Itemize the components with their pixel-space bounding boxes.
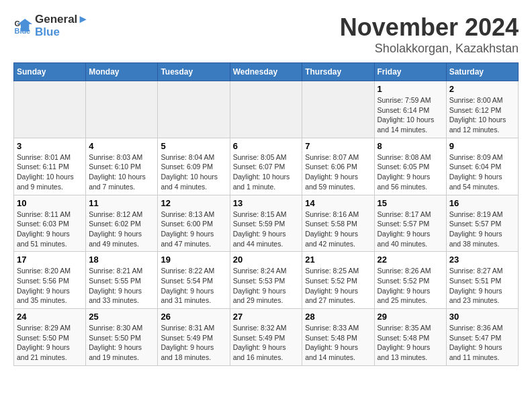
calendar-cell (14, 81, 86, 138)
page-header: Gen Blue General► Blue November 2024 Sho… (13, 13, 519, 56)
day-info: Sunrise: 8:22 AMSunset: 5:54 PMDaylight:… (161, 266, 226, 306)
calendar-cell: 28Sunrise: 8:33 AMSunset: 5:48 PMDayligh… (302, 309, 374, 366)
day-number: 9 (449, 141, 515, 151)
day-info: Sunrise: 8:30 AMSunset: 5:50 PMDaylight:… (89, 323, 154, 363)
day-number: 3 (17, 141, 83, 151)
day-number: 18 (89, 255, 154, 265)
day-number: 27 (233, 312, 300, 322)
calendar-cell: 12Sunrise: 8:13 AMSunset: 6:00 PMDayligh… (158, 195, 230, 252)
calendar-cell (302, 81, 374, 138)
week-row-1: 1Sunrise: 7:59 AMSunset: 6:14 PMDaylight… (14, 81, 519, 138)
calendar-cell: 27Sunrise: 8:32 AMSunset: 5:49 PMDayligh… (230, 309, 302, 366)
svg-text:Blue: Blue (15, 27, 31, 35)
calendar-cell: 8Sunrise: 8:08 AMSunset: 6:05 PMDaylight… (374, 138, 446, 195)
day-number: 12 (161, 198, 226, 208)
calendar-cell: 17Sunrise: 8:20 AMSunset: 5:56 PMDayligh… (14, 252, 86, 309)
calendar-cell: 11Sunrise: 8:12 AMSunset: 6:02 PMDayligh… (86, 195, 158, 252)
day-number: 13 (233, 198, 300, 208)
calendar-cell: 29Sunrise: 8:35 AMSunset: 5:48 PMDayligh… (374, 309, 446, 366)
day-info: Sunrise: 8:29 AMSunset: 5:50 PMDaylight:… (17, 323, 83, 363)
day-info: Sunrise: 8:19 AMSunset: 5:57 PMDaylight:… (449, 210, 515, 249)
day-info: Sunrise: 8:32 AMSunset: 5:49 PMDaylight:… (233, 323, 300, 363)
calendar-cell (230, 81, 302, 138)
day-number: 26 (161, 312, 226, 322)
day-number: 4 (89, 141, 154, 151)
day-number: 16 (449, 198, 515, 208)
day-info: Sunrise: 8:24 AMSunset: 5:53 PMDaylight:… (233, 266, 300, 306)
day-info: Sunrise: 8:00 AMSunset: 6:12 PMDaylight:… (449, 95, 515, 135)
calendar-cell: 5Sunrise: 8:04 AMSunset: 6:09 PMDaylight… (158, 138, 230, 195)
calendar-cell: 15Sunrise: 8:17 AMSunset: 5:57 PMDayligh… (374, 195, 446, 252)
day-number: 8 (378, 141, 443, 151)
day-info: Sunrise: 8:08 AMSunset: 6:05 PMDaylight:… (378, 152, 443, 192)
calendar-cell: 7Sunrise: 8:07 AMSunset: 6:06 PMDaylight… (302, 138, 374, 195)
day-info: Sunrise: 8:12 AMSunset: 6:02 PMDaylight:… (89, 210, 154, 249)
day-number: 1 (378, 84, 443, 94)
day-info: Sunrise: 8:03 AMSunset: 6:10 PMDaylight:… (89, 152, 154, 192)
calendar-cell: 21Sunrise: 8:25 AMSunset: 5:52 PMDayligh… (302, 252, 374, 309)
day-info: Sunrise: 8:01 AMSunset: 6:11 PMDaylight:… (17, 152, 83, 192)
calendar-cell: 6Sunrise: 8:05 AMSunset: 6:07 PMDaylight… (230, 138, 302, 195)
day-info: Sunrise: 8:33 AMSunset: 5:48 PMDaylight:… (305, 323, 371, 363)
header-row: SundayMondayTuesdayWednesdayThursdayFrid… (14, 63, 519, 81)
day-number: 24 (17, 312, 83, 322)
day-number: 20 (233, 255, 300, 265)
location-title: Sholakkorgan, Kazakhstan (340, 42, 519, 56)
day-number: 14 (305, 198, 371, 208)
day-number: 21 (305, 255, 371, 265)
logo-line1: General► (35, 13, 89, 26)
calendar-cell: 20Sunrise: 8:24 AMSunset: 5:53 PMDayligh… (230, 252, 302, 309)
weekday-header-saturday: Saturday (446, 63, 518, 81)
week-row-3: 10Sunrise: 8:11 AMSunset: 6:03 PMDayligh… (14, 195, 519, 252)
day-info: Sunrise: 8:25 AMSunset: 5:52 PMDaylight:… (305, 266, 371, 306)
day-info: Sunrise: 8:09 AMSunset: 6:04 PMDaylight:… (449, 152, 515, 192)
day-number: 28 (305, 312, 371, 322)
day-number: 5 (161, 141, 226, 151)
day-info: Sunrise: 8:26 AMSunset: 5:52 PMDaylight:… (378, 266, 443, 306)
calendar-cell: 9Sunrise: 8:09 AMSunset: 6:04 PMDaylight… (446, 138, 518, 195)
calendar-cell: 26Sunrise: 8:31 AMSunset: 5:49 PMDayligh… (158, 309, 230, 366)
day-info: Sunrise: 8:13 AMSunset: 6:00 PMDaylight:… (161, 210, 226, 249)
day-info: Sunrise: 8:15 AMSunset: 5:59 PMDaylight:… (233, 210, 300, 249)
calendar-cell: 4Sunrise: 8:03 AMSunset: 6:10 PMDaylight… (86, 138, 158, 195)
logo-line2: Blue (35, 26, 89, 39)
calendar-cell: 25Sunrise: 8:30 AMSunset: 5:50 PMDayligh… (86, 309, 158, 366)
day-number: 6 (233, 141, 300, 151)
calendar-cell: 14Sunrise: 8:16 AMSunset: 5:58 PMDayligh… (302, 195, 374, 252)
calendar-cell: 22Sunrise: 8:26 AMSunset: 5:52 PMDayligh… (374, 252, 446, 309)
logo: Gen Blue General► Blue (13, 13, 89, 38)
calendar-cell: 24Sunrise: 8:29 AMSunset: 5:50 PMDayligh… (14, 309, 86, 366)
calendar-cell: 23Sunrise: 8:27 AMSunset: 5:51 PMDayligh… (446, 252, 518, 309)
weekday-header-friday: Friday (374, 63, 446, 81)
day-info: Sunrise: 7:59 AMSunset: 6:14 PMDaylight:… (378, 95, 443, 135)
calendar-cell: 1Sunrise: 7:59 AMSunset: 6:14 PMDaylight… (374, 81, 446, 138)
title-block: November 2024 Sholakkorgan, Kazakhstan (340, 13, 519, 56)
day-number: 10 (17, 198, 83, 208)
weekday-header-thursday: Thursday (302, 63, 374, 81)
week-row-5: 24Sunrise: 8:29 AMSunset: 5:50 PMDayligh… (14, 309, 519, 366)
day-info: Sunrise: 8:27 AMSunset: 5:51 PMDaylight:… (449, 266, 515, 306)
weekday-header-tuesday: Tuesday (158, 63, 230, 81)
calendar-cell: 13Sunrise: 8:15 AMSunset: 5:59 PMDayligh… (230, 195, 302, 252)
day-info: Sunrise: 8:31 AMSunset: 5:49 PMDaylight:… (161, 323, 226, 363)
day-number: 2 (449, 84, 515, 94)
calendar-table: SundayMondayTuesdayWednesdayThursdayFrid… (13, 62, 519, 366)
calendar-cell (86, 81, 158, 138)
day-number: 22 (378, 255, 443, 265)
day-number: 29 (378, 312, 443, 322)
week-row-2: 3Sunrise: 8:01 AMSunset: 6:11 PMDaylight… (14, 138, 519, 195)
month-title: November 2024 (340, 13, 519, 42)
day-info: Sunrise: 8:20 AMSunset: 5:56 PMDaylight:… (17, 266, 83, 306)
day-number: 11 (89, 198, 154, 208)
day-info: Sunrise: 8:05 AMSunset: 6:07 PMDaylight:… (233, 152, 300, 192)
calendar-cell: 16Sunrise: 8:19 AMSunset: 5:57 PMDayligh… (446, 195, 518, 252)
day-number: 23 (449, 255, 515, 265)
day-info: Sunrise: 8:04 AMSunset: 6:09 PMDaylight:… (161, 152, 226, 192)
day-info: Sunrise: 8:35 AMSunset: 5:48 PMDaylight:… (378, 323, 443, 363)
calendar-cell: 10Sunrise: 8:11 AMSunset: 6:03 PMDayligh… (14, 195, 86, 252)
calendar-cell: 19Sunrise: 8:22 AMSunset: 5:54 PMDayligh… (158, 252, 230, 309)
day-number: 30 (449, 312, 515, 322)
day-number: 19 (161, 255, 226, 265)
calendar-cell: 3Sunrise: 8:01 AMSunset: 6:11 PMDaylight… (14, 138, 86, 195)
calendar-cell: 30Sunrise: 8:36 AMSunset: 5:47 PMDayligh… (446, 309, 518, 366)
